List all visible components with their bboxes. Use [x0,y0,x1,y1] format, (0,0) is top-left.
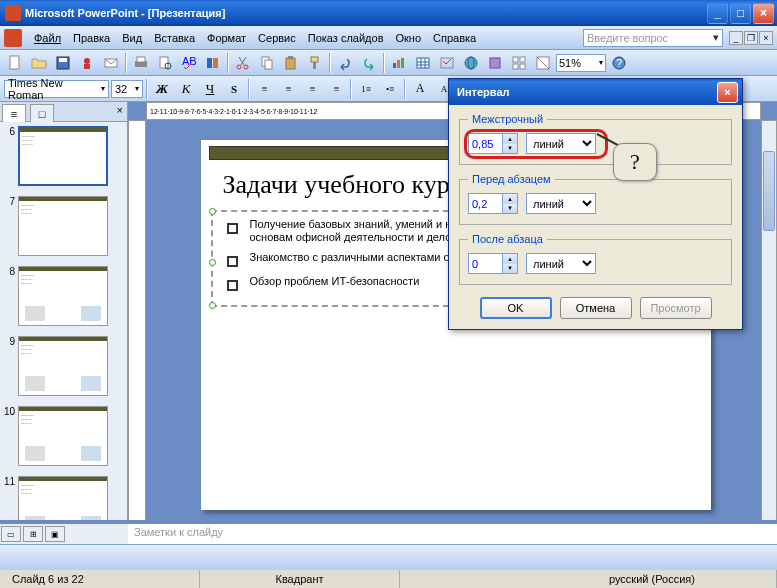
panel-close-button[interactable]: × [113,102,127,121]
vertical-ruler[interactable] [128,120,146,528]
reviewing-button[interactable] [484,52,506,74]
before-paragraph-group: Перед абзацем ▲▼ линий [459,173,732,225]
spellcheck-button[interactable]: ABC [178,52,200,74]
font-size-select[interactable]: 32▾ [111,80,143,98]
paste-button[interactable] [280,52,302,74]
align-left-button[interactable]: ≡ [253,78,275,100]
align-right-button[interactable]: ≡ [301,78,323,100]
powerpoint-icon[interactable] [4,29,22,47]
undo-button[interactable] [334,52,356,74]
zoom-select[interactable]: 51%▾ [556,54,606,72]
menu-view[interactable]: Вид [116,30,148,46]
print-preview-button[interactable] [154,52,176,74]
svg-rect-29 [513,57,518,62]
after-unit-select[interactable]: линий [526,253,596,274]
menu-file[interactable]: Файл [28,30,67,46]
redo-button[interactable] [358,52,380,74]
preview-button[interactable]: Просмотр [640,297,712,319]
thumbnail-slide[interactable]: 10—— ——— — —— — — [4,406,123,466]
close-button[interactable]: × [753,3,774,24]
svg-rect-12 [213,58,218,68]
slideshow-view-button[interactable]: ▣ [45,526,65,542]
shadow-button[interactable]: S [223,78,245,100]
print-button[interactable] [130,52,152,74]
spin-down-icon[interactable]: ▼ [503,204,517,214]
before-unit-select[interactable]: линий [526,193,596,214]
slides-tab[interactable]: □ [30,104,54,122]
format-painter-button[interactable] [304,52,326,74]
menu-format[interactable]: Формат [201,30,252,46]
doc-minimize-button[interactable]: _ [729,31,743,45]
menu-tools[interactable]: Сервис [252,30,302,46]
save-button[interactable] [52,52,74,74]
normal-view-button[interactable]: ▭ [1,526,21,542]
maximize-button[interactable]: □ [730,3,751,24]
after-paragraph-group: После абзаца ▲▼ линий [459,233,732,285]
insert-table-button[interactable] [412,52,434,74]
before-value[interactable]: ▲▼ [468,193,518,214]
thumbnail-slide[interactable]: 6—— ——— — —— — — [4,126,123,186]
bullets-button[interactable]: •≡ [379,78,401,100]
notes-pane[interactable]: Заметки к слайду [128,520,777,544]
insert-chart-button[interactable] [388,52,410,74]
svg-rect-22 [397,60,400,68]
font-name-select[interactable]: Times New Roman▾ [4,80,109,98]
italic-button[interactable]: К [175,78,197,100]
spin-up-icon[interactable]: ▲ [503,254,517,264]
thumbnail-slide[interactable]: 7—— ——— — —— — — [4,196,123,256]
thumbnail-panel: ≡ □ × 6—— ——— — —— — —7—— ——— — —— — —8—… [0,102,128,544]
align-justify-button[interactable]: ≡ [325,78,347,100]
svg-rect-0 [10,56,19,69]
help-search-input[interactable]: Введите вопрос▾ [583,29,723,47]
dialog-title-bar[interactable]: Интервал × [449,79,742,105]
numbering-button[interactable]: 1≡ [355,78,377,100]
title-bar: Microsoft PowerPoint - [Презентация] _ □… [0,0,777,26]
help-button[interactable]: ? [608,52,630,74]
spin-down-icon[interactable]: ▼ [503,264,517,274]
thumbnail-slide[interactable]: 8—— ——— — —— — — [4,266,123,326]
doc-restore-button[interactable]: ❐ [744,31,758,45]
align-center-button[interactable]: ≡ [277,78,299,100]
highlight-annotation [464,129,608,159]
thumbnail-slide[interactable]: 9—— ——— — —— — — [4,336,123,396]
outline-tab[interactable]: ≡ [2,104,26,122]
svg-text:?: ? [616,57,622,69]
vertical-scrollbar[interactable] [761,120,777,528]
new-button[interactable] [4,52,26,74]
color-grayscale-button[interactable] [532,52,554,74]
after-input[interactable] [468,253,502,274]
increase-font-button[interactable]: A [409,78,431,100]
permission-button[interactable] [76,52,98,74]
spin-up-icon[interactable]: ▲ [503,194,517,204]
ok-button[interactable]: OK [480,297,552,319]
underline-button[interactable]: Ч [199,78,221,100]
menu-help[interactable]: Справка [427,30,482,46]
sorter-view-button[interactable]: ⊞ [23,526,43,542]
bold-button[interactable]: Ж [151,78,173,100]
minimize-button[interactable]: _ [707,3,728,24]
thumbnail-list[interactable]: 6—— ——— — —— — —7—— ——— — —— — —8—— ——— … [0,122,127,544]
cut-button[interactable] [232,52,254,74]
after-value[interactable]: ▲▼ [468,253,518,274]
svg-rect-21 [393,63,396,68]
research-button[interactable] [202,52,224,74]
cancel-button[interactable]: Отмена [560,297,632,319]
svg-rect-17 [286,58,295,69]
tables-borders-button[interactable] [436,52,458,74]
doc-close-button[interactable]: × [759,31,773,45]
insert-hyperlink-button[interactable] [460,52,482,74]
show-grid-button[interactable] [508,52,530,74]
dialog-close-button[interactable]: × [717,82,738,103]
open-button[interactable] [28,52,50,74]
copy-button[interactable] [256,52,278,74]
before-input[interactable] [468,193,502,214]
menu-edit[interactable]: Правка [67,30,116,46]
menu-slideshow[interactable]: Показ слайдов [302,30,390,46]
menu-window[interactable]: Окно [390,30,428,46]
svg-rect-28 [490,58,500,68]
menu-insert[interactable]: Вставка [148,30,201,46]
line-spacing-dialog: Интервал × Межстрочный ▲▼ линий Перед аб… [448,78,743,330]
status-language[interactable]: русский (Россия) [597,570,777,588]
app-icon [5,5,21,21]
email-button[interactable] [100,52,122,74]
